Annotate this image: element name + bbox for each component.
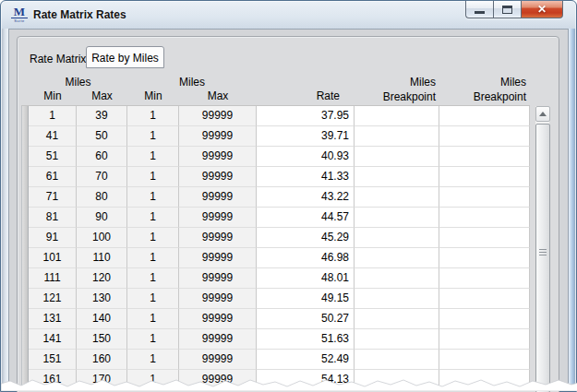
table-row[interactable]: 617019999941.33 [29,167,530,187]
cell-rate[interactable]: 48.01 [257,268,355,289]
cell-miles-breakpoint-2[interactable] [439,187,530,208]
cell-rate[interactable]: 51.63 [257,329,355,350]
cell-miles-breakpoint-1[interactable] [355,228,439,248]
table-row[interactable]: 10111019999946.98 [29,248,530,268]
cell-miles-breakpoint-2[interactable] [439,208,530,228]
table-row[interactable]: 13114019999950.27 [29,309,530,329]
cell-rate[interactable]: 44.57 [257,208,355,228]
cell-miles-max[interactable]: 70 [77,167,127,187]
vertical-scrollbar[interactable] [535,106,549,392]
cell-miles2-min[interactable]: 1 [127,350,179,370]
cell-miles-min[interactable]: 81 [29,208,77,228]
cell-miles-breakpoint-2[interactable] [439,228,530,248]
cell-rate[interactable]: 46.98 [257,248,355,268]
cell-miles-breakpoint-2[interactable] [439,147,530,167]
cell-miles-breakpoint-1[interactable] [355,126,439,147]
cell-miles2-min[interactable]: 1 [127,126,179,147]
cell-miles-breakpoint-1[interactable] [355,289,439,309]
titlebar[interactable]: M Suite Rate Matrix Rates ✕ [1,1,576,29]
table-row[interactable]: 12113019999949.15 [29,289,530,309]
table-row[interactable]: 13919999937.95 [29,106,530,126]
close-button[interactable]: ✕ [521,1,563,18]
cell-rate[interactable]: 39.71 [257,126,355,147]
cell-miles-breakpoint-2[interactable] [439,309,530,329]
cell-miles-breakpoint-1[interactable] [355,147,439,167]
cell-miles-breakpoint-2[interactable] [439,126,530,147]
cell-miles2-max[interactable]: 99999 [179,106,257,126]
cell-miles-max[interactable]: 100 [77,228,127,248]
cell-miles2-max[interactable]: 99999 [179,268,257,289]
cell-miles-breakpoint-1[interactable] [355,187,439,208]
cell-miles-breakpoint-1[interactable] [355,268,439,289]
cell-miles2-max[interactable]: 99999 [179,126,257,147]
cell-miles2-min[interactable]: 1 [127,208,179,228]
cell-miles2-max[interactable]: 99999 [179,167,257,187]
cell-miles2-max[interactable]: 99999 [179,289,257,309]
cell-miles2-min[interactable]: 1 [127,248,179,268]
table-row[interactable]: 9110019999945.29 [29,228,530,248]
table-row[interactable]: 14115019999951.63 [29,329,530,350]
cell-miles2-min[interactable]: 1 [127,329,179,350]
cell-miles2-min[interactable]: 1 [127,309,179,329]
cell-miles-breakpoint-1[interactable] [355,167,439,187]
cell-miles-min[interactable]: 121 [29,289,77,309]
maximize-button[interactable] [493,1,521,18]
cell-miles-breakpoint-2[interactable] [439,106,530,126]
cell-miles-min[interactable]: 111 [29,268,77,289]
table-row[interactable]: 415019999939.71 [29,126,530,147]
table-row[interactable]: 718019999943.22 [29,187,530,208]
cell-miles-max[interactable]: 150 [77,329,127,350]
cell-rate[interactable]: 45.29 [257,228,355,248]
cell-rate[interactable]: 43.22 [257,187,355,208]
cell-miles-breakpoint-2[interactable] [439,268,530,289]
cell-miles2-min[interactable]: 1 [127,106,179,126]
cell-rate[interactable]: 49.15 [257,289,355,309]
cell-rate[interactable]: 41.33 [257,167,355,187]
table-row[interactable]: 15116019999952.49 [29,350,530,370]
cell-miles-min[interactable]: 151 [29,350,77,370]
minimize-button[interactable] [465,1,493,18]
cell-miles2-min[interactable]: 1 [127,228,179,248]
cell-miles-breakpoint-2[interactable] [439,350,530,370]
cell-miles-min[interactable]: 51 [29,147,77,167]
cell-miles-min[interactable]: 141 [29,329,77,350]
cell-miles2-max[interactable]: 99999 [179,187,257,208]
cell-miles2-min[interactable]: 1 [127,147,179,167]
tab-rate-by-miles[interactable]: Rate by Miles [86,46,164,68]
cell-miles2-min[interactable]: 1 [127,167,179,187]
cell-miles2-max[interactable]: 99999 [179,208,257,228]
cell-miles-min[interactable]: 1 [29,106,77,126]
cell-miles-breakpoint-1[interactable] [355,329,439,350]
cell-miles-min[interactable]: 61 [29,167,77,187]
cell-miles-max[interactable]: 110 [77,248,127,268]
cell-rate[interactable]: 40.93 [257,147,355,167]
cell-miles-max[interactable]: 130 [77,289,127,309]
cell-miles-max[interactable]: 120 [77,268,127,289]
cell-rate[interactable]: 50.27 [257,309,355,329]
cell-miles-breakpoint-1[interactable] [355,106,439,126]
cell-miles-max[interactable]: 90 [77,208,127,228]
scroll-up-button[interactable] [535,106,550,122]
cell-miles2-min[interactable]: 1 [127,268,179,289]
cell-rate[interactable]: 52.49 [257,350,355,370]
cell-miles-breakpoint-2[interactable] [439,248,530,268]
table-row[interactable]: 819019999944.57 [29,208,530,228]
cell-miles-breakpoint-1[interactable] [355,309,439,329]
tab-rate-matrix[interactable]: Rate Matrix [30,53,86,65]
table-row[interactable]: 516019999940.93 [29,147,530,167]
cell-miles-min[interactable]: 91 [29,228,77,248]
cell-miles-min[interactable]: 71 [29,187,77,208]
row-selector-strip[interactable] [21,106,29,390]
cell-rate[interactable]: 37.95 [257,106,355,126]
cell-miles-breakpoint-2[interactable] [439,167,530,187]
cell-miles-min[interactable]: 101 [29,248,77,268]
cell-miles-breakpoint-1[interactable] [355,350,439,370]
table-row[interactable]: 11112019999948.01 [29,268,530,289]
cell-miles-max[interactable]: 60 [77,147,127,167]
cell-miles-breakpoint-1[interactable] [355,208,439,228]
cell-miles-min[interactable]: 131 [29,309,77,329]
cell-miles-max[interactable]: 140 [77,309,127,329]
cell-miles-min[interactable]: 41 [29,126,77,147]
cell-miles-breakpoint-1[interactable] [355,248,439,268]
cell-miles2-min[interactable]: 1 [127,289,179,309]
